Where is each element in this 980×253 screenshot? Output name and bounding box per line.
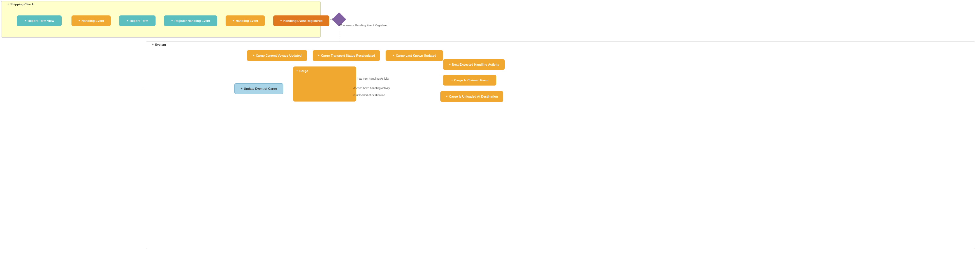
cargo-last-known-icon: ✦ (392, 54, 395, 57)
handling-event-2-icon: ✦ (232, 19, 235, 22)
whenever-label: Whenever a Handling Event Registered (339, 24, 388, 27)
diagram-container: Shipping Clerck ✦ Report Form View ✦ Han… (0, 0, 980, 253)
cargo-entity-box[interactable]: ✦ Cargo (293, 66, 356, 101)
cargo-claimed-icon: ✦ (451, 79, 453, 82)
cargo-transport-status-node[interactable]: ✦ Cargo Transport Status Recalculated (313, 50, 380, 61)
handling-event-1-node[interactable]: ✦ Handling Event (72, 15, 111, 26)
lane-system: System ✦ Cargo Current Voyage Updated ✦ … (146, 42, 975, 249)
next-expected-handling-activity-node[interactable]: ✦ Next Expected Handling Activity (443, 59, 505, 70)
cargo-unloaded-icon: ✦ (445, 95, 448, 98)
lane-shipping-title: Shipping Clerck (7, 3, 34, 6)
handling-event-2-node[interactable]: ✦ Handling Event (226, 15, 265, 26)
cargo-current-voyage-updated-node[interactable]: ✦ Cargo Current Voyage Updated (247, 50, 307, 61)
lane-system-title: System (152, 43, 166, 46)
register-handling-event-node[interactable]: ✦ Register Handling Event (164, 15, 217, 26)
report-form-view-icon: ✦ (24, 19, 27, 22)
cargo-is-claimed-event-node[interactable]: ✦ Cargo Is Claimed Event (443, 75, 496, 86)
register-handling-event-icon: ✦ (171, 19, 173, 22)
update-event-icon: ✦ (240, 87, 243, 90)
cargo-last-known-updated-node[interactable]: ✦ Cargo Last Known Updated (386, 50, 443, 61)
report-form-node[interactable]: ✦ Report Form (119, 15, 156, 26)
is-unloaded-label: is unloaded at destination (353, 94, 385, 97)
report-form-icon: ✦ (126, 19, 129, 22)
has-next-label: has next handling Activity (358, 77, 389, 80)
cargo-current-voyage-icon: ✦ (253, 54, 255, 57)
update-event-of-cargo-node[interactable]: ✦ Update Event of Cargo (234, 83, 283, 94)
handling-event-1-icon: ✦ (78, 19, 80, 22)
cargo-is-unloaded-node[interactable]: ✦ Cargo Is Unloaded At Destination (440, 91, 503, 102)
gateway-diamond[interactable] (334, 14, 344, 24)
cargo-box-title: ✦ Cargo (296, 69, 353, 73)
handling-event-registered-icon: ✦ (280, 19, 282, 22)
doesnt-have-label: doesn't have handling activity (353, 86, 390, 90)
handling-event-registered-node[interactable]: ✦ Handling Event Registered (273, 15, 329, 26)
lane-shipping: Shipping Clerck ✦ Report Form View ✦ Han… (1, 1, 321, 38)
report-form-view-node[interactable]: ✦ Report Form View (17, 15, 62, 26)
next-expected-icon: ✦ (449, 63, 451, 66)
cargo-transport-status-icon: ✦ (318, 54, 320, 57)
